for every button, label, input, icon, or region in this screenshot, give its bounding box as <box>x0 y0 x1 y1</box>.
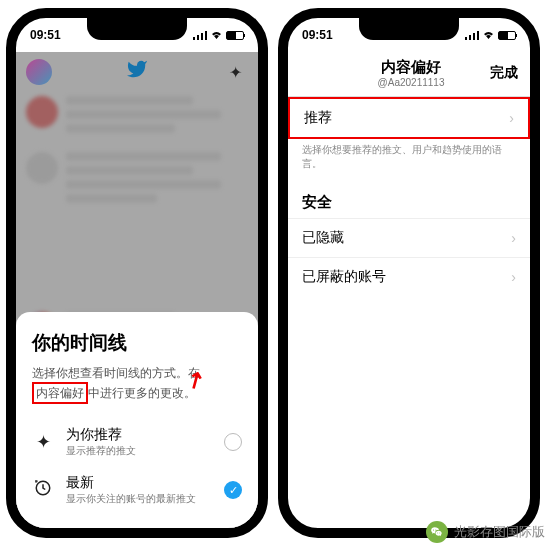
phone-notch <box>87 18 187 40</box>
battery-icon <box>498 31 516 40</box>
sparkle-icon: ✦ <box>32 431 54 453</box>
wechat-logo-icon <box>426 521 448 543</box>
user-handle: @Aa20211113 <box>332 77 490 88</box>
chevron-right-icon: › <box>509 110 514 126</box>
option-title: 最新 <box>66 474 212 492</box>
sheet-title: 你的时间线 <box>32 330 242 356</box>
clock-icon <box>32 479 54 502</box>
recommend-hint: 选择你想要推荐的推文、用户和趋势使用的语言。 <box>288 139 530 185</box>
svg-rect-7 <box>473 33 475 40</box>
wifi-icon <box>210 30 223 40</box>
watermark: 光影存图国际版 <box>426 521 545 543</box>
option-subtitle: 显示推荐的推文 <box>66 444 212 458</box>
status-time: 09:51 <box>30 28 61 42</box>
row-hidden[interactable]: 已隐藏 › <box>288 218 530 257</box>
option-latest[interactable]: 最新 显示你关注的账号的最新推文 ✓ <box>32 466 242 514</box>
status-time: 09:51 <box>302 28 333 42</box>
timeline-sheet: 你的时间线 选择你想查看时间线的方式。在内容偏好中进行更多的更改。 ↗ ✦ 为你… <box>16 312 258 528</box>
phone-right: 09:51 内容偏好 @Aa20211113 完成 推荐 › 选择你想要推荐的推… <box>278 8 540 538</box>
phone-left: 09:51 ✦ <box>6 8 268 538</box>
radio-checked[interactable]: ✓ <box>224 481 242 499</box>
signal-icon <box>193 31 207 40</box>
svg-rect-5 <box>465 37 467 40</box>
radio-unchecked[interactable] <box>224 433 242 451</box>
option-for-you[interactable]: ✦ 为你推荐 显示推荐的推文 <box>32 418 242 466</box>
svg-rect-3 <box>205 31 207 40</box>
section-safety: 安全 <box>288 185 530 218</box>
svg-rect-1 <box>197 35 199 40</box>
phone-notch <box>359 18 459 40</box>
sheet-description: 选择你想查看时间线的方式。在内容偏好中进行更多的更改。 ↗ <box>32 364 242 404</box>
signal-icon <box>465 31 479 40</box>
settings-header: 内容偏好 @Aa20211113 完成 <box>288 52 530 97</box>
svg-rect-0 <box>193 37 195 40</box>
recommend-row-highlight: 推荐 › <box>288 97 530 139</box>
row-recommend[interactable]: 推荐 › <box>290 99 528 137</box>
svg-rect-6 <box>469 35 471 40</box>
done-button[interactable]: 完成 <box>490 64 518 82</box>
watermark-text: 光影存图国际版 <box>454 523 545 541</box>
row-blocked-accounts[interactable]: 已屏蔽的账号 › <box>288 257 530 296</box>
option-title: 为你推荐 <box>66 426 212 444</box>
wifi-icon <box>482 30 495 40</box>
chevron-right-icon: › <box>511 269 516 285</box>
page-title: 内容偏好 <box>332 58 490 77</box>
svg-rect-2 <box>201 33 203 40</box>
chevron-right-icon: › <box>511 230 516 246</box>
option-subtitle: 显示你关注的账号的最新推文 <box>66 492 212 506</box>
content-pref-highlight: 内容偏好 <box>32 382 88 404</box>
battery-icon <box>226 31 244 40</box>
svg-rect-8 <box>477 31 479 40</box>
